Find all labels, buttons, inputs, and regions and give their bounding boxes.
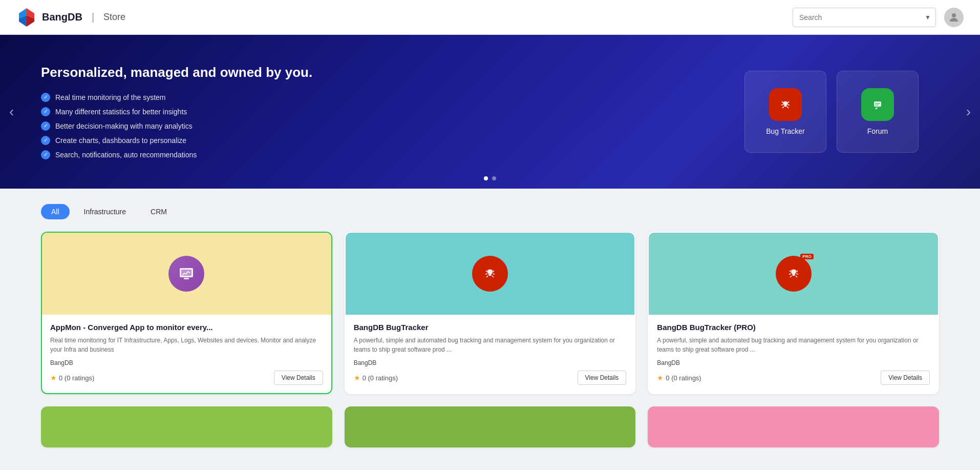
bangdb-logo-icon	[16, 7, 37, 28]
svg-point-20	[794, 272, 796, 274]
product-name-appmon: AppMon - Converged App to monitor every.…	[50, 323, 323, 332]
check-icon: ✓	[41, 107, 50, 116]
product-card-appmon[interactable]: AppMon - Converged App to monitor every.…	[41, 232, 332, 394]
logo-brand-name: BangDB	[42, 11, 82, 23]
product-rating-bugtracker: ★ 0 (0 ratings)	[354, 374, 398, 382]
product-card-body-bugtracker-pro: BangDB BugTracker (PRO) A powerful, simp…	[649, 315, 938, 393]
product-grid-bottom	[41, 406, 939, 447]
filter-tab-crm[interactable]: CRM	[140, 204, 177, 219]
product-card-body-bugtracker: BangDB BugTracker A powerful, simple and…	[346, 315, 635, 393]
product-card-image-bugtracker	[346, 233, 635, 315]
filter-tabs: All Infrastructure CRM	[41, 204, 939, 219]
product-desc-bugtracker-pro: A powerful, simple and automated bug tra…	[657, 336, 930, 354]
check-icon: ✓	[41, 121, 50, 131]
view-details-button-bugtracker[interactable]: View Details	[578, 371, 627, 385]
hero-nav-left-button[interactable]: ‹	[5, 99, 18, 124]
hero-app-cards: Bug Tracker Forum	[744, 71, 919, 153]
product-rating-appmon: ★ 0 (0 ratings)	[50, 374, 94, 382]
hero-feature-item: ✓ Create charts, dashboards to personali…	[41, 136, 348, 145]
product-card-bugtracker[interactable]: BangDB BugTracker A powerful, simple and…	[345, 232, 636, 394]
product-rating-bugtracker-pro: ★ 0 (0 ratings)	[657, 374, 701, 382]
product-card-image-appmon	[42, 233, 331, 315]
svg-rect-14	[184, 278, 189, 279]
user-avatar[interactable]	[944, 8, 964, 27]
bugtracker-pro-app-icon	[776, 256, 812, 292]
search-container: ▼	[793, 8, 936, 27]
product-footer-appmon: ★ 0 (0 ratings) View Details	[50, 371, 323, 385]
svg-rect-10	[875, 103, 880, 104]
hero-app-card-bugtracker[interactable]: Bug Tracker	[744, 71, 826, 153]
pro-badge: PRO	[800, 254, 813, 259]
star-icon: ★	[50, 374, 57, 382]
search-input[interactable]	[793, 8, 936, 27]
partial-card-1[interactable]	[41, 406, 332, 447]
svg-point-4	[952, 13, 956, 17]
product-vendor-appmon: BangDB	[50, 359, 323, 366]
partial-card-3[interactable]	[648, 406, 939, 447]
view-details-button-appmon[interactable]: View Details	[274, 371, 323, 385]
bugtracker-pro-icon-container: PRO	[776, 256, 812, 292]
hero-features-list: ✓ Real time monitoring of the system ✓ M…	[41, 93, 348, 159]
hero-feature-item: ✓ Many different statistics for better i…	[41, 107, 348, 116]
hero-feature-item: ✓ Better decision-making with many analy…	[41, 121, 348, 131]
carousel-dot-2[interactable]	[492, 176, 496, 180]
logo-store-label: Store	[103, 12, 125, 23]
logo-area: BangDB | Store	[16, 7, 125, 28]
star-icon: ★	[657, 374, 664, 382]
bug-tracker-label: Bug Tracker	[766, 127, 804, 135]
svg-rect-9	[874, 101, 881, 107]
svg-rect-11	[875, 105, 879, 106]
partial-card-image-1	[41, 406, 332, 447]
header: BangDB | Store ▼	[0, 0, 980, 35]
product-desc-bugtracker: A powerful, simple and automated bug tra…	[354, 336, 627, 354]
star-icon: ★	[354, 374, 360, 382]
product-footer-bugtracker: ★ 0 (0 ratings) View Details	[354, 371, 627, 385]
partial-card-image-2	[345, 406, 636, 447]
carousel-dots	[484, 176, 496, 180]
bug-tracker-icon	[769, 88, 802, 121]
hero-title: Personalized, managed and owned by you.	[41, 65, 348, 80]
header-right: ▼	[793, 8, 964, 27]
filter-tab-infrastructure[interactable]: Infrastructure	[74, 204, 136, 219]
hero-feature-item: ✓ Real time monitoring of the system	[41, 93, 348, 102]
product-desc-appmon: Real time monitoring for IT Infrastructu…	[50, 336, 323, 354]
forum-icon	[861, 88, 894, 121]
carousel-dot-1[interactable]	[484, 176, 488, 180]
product-card-body-appmon: AppMon - Converged App to monitor every.…	[42, 315, 331, 393]
svg-point-16	[487, 272, 489, 274]
product-vendor-bugtracker-pro: BangDB	[657, 359, 930, 366]
hero-content: Personalized, managed and owned by you. …	[41, 65, 348, 159]
check-icon: ✓	[41, 150, 50, 159]
view-details-button-bugtracker-pro[interactable]: View Details	[881, 371, 930, 385]
check-icon: ✓	[41, 93, 50, 102]
svg-point-17	[491, 272, 492, 274]
product-vendor-bugtracker: BangDB	[354, 359, 627, 366]
hero-banner: ‹ Personalized, managed and owned by you…	[0, 35, 980, 189]
product-card-image-bugtracker-pro: PRO	[649, 233, 938, 315]
main-content: All Infrastructure CRM AppMon - Converge…	[0, 189, 980, 463]
partial-card-2[interactable]	[345, 406, 636, 447]
product-name-bugtracker: BangDB BugTracker	[354, 323, 627, 332]
svg-point-19	[791, 272, 793, 274]
product-name-bugtracker-pro: BangDB BugTracker (PRO)	[657, 323, 930, 332]
logo-divider: |	[92, 11, 94, 23]
appmon-app-icon	[168, 256, 204, 292]
hero-app-card-forum[interactable]: Forum	[837, 71, 919, 153]
product-grid: AppMon - Converged App to monitor every.…	[41, 232, 939, 394]
product-footer-bugtracker-pro: ★ 0 (0 ratings) View Details	[657, 371, 930, 385]
product-card-bugtracker-pro[interactable]: PRO BangDB BugTracker (PRO) A powerful, …	[648, 232, 939, 394]
hero-nav-right-button[interactable]: ›	[962, 99, 975, 124]
bugtracker-app-icon	[472, 256, 508, 292]
forum-label: Forum	[867, 127, 888, 135]
hero-feature-item: ✓ Search, notifications, auto recommenda…	[41, 150, 348, 159]
partial-card-image-3	[648, 406, 939, 447]
filter-tab-all[interactable]: All	[41, 204, 70, 219]
check-icon: ✓	[41, 136, 50, 145]
